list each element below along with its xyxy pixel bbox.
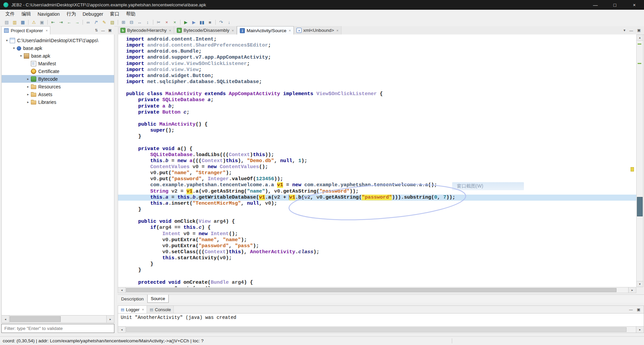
- clean-icon[interactable]: ×: [171, 19, 179, 25]
- scroll-left-icon[interactable]: ◂: [118, 327, 126, 333]
- tab-close-icon[interactable]: ×: [232, 28, 234, 32]
- code-line[interactable]: }: [118, 267, 637, 273]
- jump-start-icon[interactable]: ⇤: [49, 19, 57, 25]
- back-icon[interactable]: ←: [65, 19, 73, 25]
- code-line[interactable]: import android.os.Bundle;: [118, 49, 637, 55]
- code-line[interactable]: v0.putExtra("password", "pass");: [118, 243, 637, 249]
- project-explorer-tab[interactable]: Project Explorer ×: [1, 26, 50, 34]
- collapse-arrow-icon[interactable]: ▾: [18, 54, 23, 58]
- scrollbar-thumb[interactable]: [637, 197, 643, 216]
- scrollbar-thumb[interactable]: [10, 316, 61, 322]
- expand-arrow-icon[interactable]: ▸: [25, 100, 31, 104]
- code-line[interactable]: import net.sqlcipher.database.SQLiteData…: [118, 79, 637, 85]
- stop-icon[interactable]: ■: [206, 19, 214, 25]
- forward-icon[interactable]: →: [73, 19, 81, 25]
- code-line[interactable]: import android.content.Intent;: [118, 37, 637, 43]
- code-line[interactable]: }: [118, 207, 637, 213]
- editor-horizontal-scrollbar[interactable]: ◂ ▸: [118, 287, 636, 293]
- tree-item-base-apk[interactable]: ▾base.apk: [2, 52, 114, 60]
- scroll-up-icon[interactable]: ▴: [637, 35, 643, 41]
- code-line[interactable]: String v2 = v1.a(v0.getAsString("name"),…: [118, 189, 637, 195]
- scrollbar-thumb[interactable]: [126, 327, 627, 332]
- maximize-view-icon[interactable]: ▣: [108, 28, 112, 32]
- code-line[interactable]: [118, 213, 637, 219]
- scroll-right-icon[interactable]: ▸: [636, 327, 644, 333]
- expand-arrow-icon[interactable]: ▸: [25, 77, 31, 81]
- expand-icon[interactable]: ↔: [136, 19, 144, 25]
- tree-horizontal-scrollbar[interactable]: ◂ ▸: [1, 315, 114, 323]
- code-line[interactable]: SQLiteDatabase.loadLibs(((Context)this))…: [118, 152, 637, 158]
- open-project-icon[interactable]: ▤: [3, 19, 11, 25]
- save-icon[interactable]: ▦: [19, 19, 27, 25]
- comment-icon[interactable]: /*: [92, 19, 100, 25]
- code-line[interactable]: public MainActivity() {: [118, 122, 637, 128]
- tab-close-icon[interactable]: ×: [46, 28, 48, 32]
- code-line[interactable]: protected void onCreate(Bundle arg4) {: [118, 280, 637, 286]
- source-view[interactable]: import android.content.Intent;import and…: [118, 34, 637, 287]
- code-line[interactable]: Intent v0 = new Intent();: [118, 231, 637, 237]
- tab-close-icon[interactable]: ×: [336, 28, 338, 32]
- window-icon[interactable]: ▣: [38, 19, 46, 25]
- scroll-right-icon[interactable]: ▸: [628, 287, 636, 293]
- scroll-right-icon[interactable]: ▸: [106, 316, 114, 323]
- tab-bytecode-disassembly[interactable]: bBytecode/Disassembly×: [174, 26, 237, 34]
- collapse-icon[interactable]: ↕: [144, 19, 152, 25]
- tab-source[interactable]: Source: [147, 295, 169, 303]
- code-line[interactable]: }: [118, 134, 637, 140]
- tree-item-assets[interactable]: ▸Assets: [2, 90, 114, 98]
- filter-input[interactable]: [1, 324, 114, 333]
- tab-close-icon[interactable]: ×: [169, 28, 171, 32]
- code-line[interactable]: [118, 85, 637, 91]
- view-menu-icon[interactable]: ▾: [624, 28, 626, 32]
- code-line[interactable]: import android.content.SharedPreferences…: [118, 43, 637, 49]
- code-line[interactable]: [118, 273, 637, 279]
- step-over-icon[interactable]: ↷: [217, 19, 225, 25]
- tab-bytecode-hierarchy[interactable]: bBytecode/Hierarchy×: [118, 26, 174, 34]
- tab-mainactivity-source[interactable]: jMainActivity/Source×: [237, 26, 294, 34]
- code-line[interactable]: import android.view.View$OnClickListener…: [118, 61, 637, 67]
- maximize-button[interactable]: □: [605, 0, 625, 10]
- highlight-icon[interactable]: ▧: [108, 19, 116, 25]
- expand-arrow-icon[interactable]: ▸: [25, 92, 31, 96]
- code-line[interactable]: v0.putExtra("name", "name");: [118, 237, 637, 243]
- code-line[interactable]: private a b;: [118, 104, 637, 110]
- import-icon[interactable]: ▥: [11, 19, 19, 25]
- maximize-view-icon[interactable]: ▣: [637, 307, 640, 312]
- code-line[interactable]: this.startActivity(v0);: [118, 255, 637, 261]
- tree-item-c-users-admin-desktop-xctf-1-apps[interactable]: ▾C:\Users\admin\Desktop\XCTF\1\apps\: [2, 37, 114, 44]
- menu-navigation[interactable]: Navigation: [34, 10, 63, 18]
- menu-debugger[interactable]: Debugger: [79, 10, 107, 18]
- tab-xml-unbound[interactable]: xxml<Unbound>×: [294, 26, 341, 34]
- delete-icon[interactable]: ×: [163, 19, 171, 25]
- code-line[interactable]: public void onClick(View arg4) {: [118, 219, 637, 225]
- code-line[interactable]: [118, 116, 637, 122]
- menu-[interactable]: 行为: [63, 10, 79, 18]
- collapse-arrow-icon[interactable]: ▾: [11, 46, 16, 50]
- minimize-view-icon[interactable]: —: [101, 28, 105, 32]
- debug-start-icon[interactable]: ▶: [182, 19, 190, 25]
- tree-item-resources[interactable]: ▸Resources: [2, 83, 114, 90]
- editor-vertical-scrollbar[interactable]: ▴ ▾: [636, 34, 643, 287]
- step-into-icon[interactable]: ↓: [225, 19, 233, 25]
- scroll-left-icon[interactable]: ◂: [2, 316, 9, 323]
- rename-icon[interactable]: ✎: [100, 19, 108, 25]
- code-line[interactable]: private Button c;: [118, 110, 637, 116]
- code-line[interactable]: this.b = new a(((Context)this), "Demo.db…: [118, 158, 637, 164]
- menu-[interactable]: 窗口: [107, 10, 123, 18]
- code-line[interactable]: v0.setClass(((Context)this), AnotherActi…: [118, 249, 637, 255]
- tab-close-icon[interactable]: ×: [289, 28, 291, 32]
- scroll-down-icon[interactable]: ▾: [637, 281, 643, 287]
- tab-description[interactable]: Description: [118, 295, 147, 303]
- maximize-view-icon[interactable]: ▣: [637, 28, 641, 32]
- menu-[interactable]: 文件: [2, 10, 18, 18]
- code-line[interactable]: ContentValues v0 = new ContentValues();: [118, 164, 637, 170]
- menu-[interactable]: 编辑: [18, 10, 34, 18]
- code-line[interactable]: this.a.insert("TencentMicrMsg", null, v0…: [118, 201, 637, 207]
- collapse-all-icon[interactable]: ⇅: [95, 28, 98, 32]
- code-line[interactable]: }: [118, 261, 637, 267]
- tree-item-manifest[interactable]: Manifest: [2, 60, 114, 67]
- expand-arrow-icon[interactable]: ▸: [25, 85, 31, 88]
- cut-icon[interactable]: ✂: [155, 19, 163, 25]
- collapse-arrow-icon[interactable]: ▾: [4, 39, 9, 42]
- tab-close-icon[interactable]: ×: [142, 307, 144, 312]
